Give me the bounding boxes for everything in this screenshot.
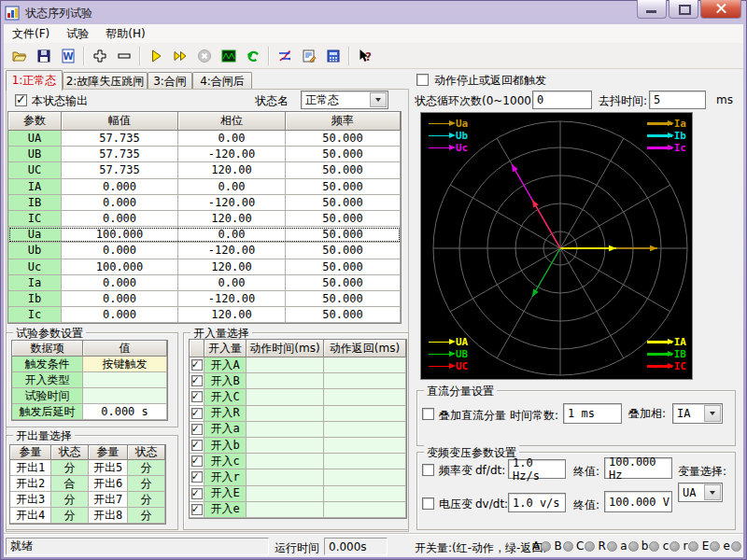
undo-button[interactable] xyxy=(241,45,265,67)
input-row: 开入a xyxy=(190,422,406,438)
runtime-label: 运行时间 xyxy=(275,540,319,556)
maximize-button[interactable] xyxy=(669,0,698,19)
dc-overlay-checkbox[interactable] xyxy=(422,408,434,420)
input-checkbox[interactable] xyxy=(191,375,203,386)
minimize-button[interactable] xyxy=(637,0,667,19)
indicator: a xyxy=(620,539,638,553)
time-constant-label: 时间常数: xyxy=(510,408,558,424)
variable-select-combobox[interactable]: UA xyxy=(678,483,723,502)
volt-ramp-checkbox[interactable] xyxy=(422,497,434,510)
menu-help[interactable]: 帮助(H) xyxy=(97,24,153,43)
variable-select-label: 变量选择: xyxy=(678,464,726,480)
output-select-title: 开出量选择 xyxy=(13,428,75,444)
tab-state-3[interactable]: 3:合闸 xyxy=(148,72,192,90)
col-header-frequency: 频率 xyxy=(286,112,401,131)
dvdt-label: dv/dt: xyxy=(475,497,508,511)
table-row: IB0.000-120.0050.000 xyxy=(8,195,401,211)
stop-button[interactable] xyxy=(192,45,217,67)
tab-state-1[interactable]: 1:正常态 xyxy=(6,70,63,91)
close-button[interactable] xyxy=(700,0,741,19)
tab-state-4[interactable]: 4:合闸后 xyxy=(192,72,252,90)
dfdt-input[interactable]: 1.0 Hz/s xyxy=(508,459,566,479)
switch-indicators: A B C R a b c r E e xyxy=(532,538,741,554)
state-name-combobox[interactable]: 正常态 xyxy=(301,91,388,109)
table-row: Ub0.000-120.0050.000 xyxy=(8,243,401,259)
dvdt-input[interactable]: 1.0 v/s xyxy=(508,493,566,512)
freq-final-input[interactable]: 100.000 Hz xyxy=(604,457,672,479)
freq-final-label: 终值: xyxy=(573,464,599,480)
chevron-down-icon[interactable] xyxy=(370,92,387,107)
phasor-tool-button[interactable] xyxy=(273,45,297,67)
calculator-button[interactable] xyxy=(321,45,345,67)
volt-final-input[interactable]: 100.000 V xyxy=(604,491,672,512)
input-checkbox[interactable] xyxy=(191,359,203,371)
app-icon xyxy=(5,6,20,21)
chevron-down-icon[interactable] xyxy=(704,405,721,422)
table-row: 触发条件按键触发 xyxy=(12,357,167,372)
report-icon xyxy=(302,49,317,63)
save-button[interactable] xyxy=(32,45,56,67)
indicator: r xyxy=(684,539,699,553)
menu-test[interactable]: 试验 xyxy=(58,24,97,43)
time-constant-input[interactable]: 1 ms xyxy=(563,403,622,424)
loop-count-input[interactable]: 0 xyxy=(532,91,592,109)
input-checkbox[interactable] xyxy=(191,455,203,467)
run-continuous-button[interactable] xyxy=(168,45,192,67)
indicator: C xyxy=(576,539,595,553)
action-trigger-label: 动作停止或返回都触发 xyxy=(434,73,546,89)
overlay-phase-combobox[interactable]: IA xyxy=(672,403,723,424)
debounce-input[interactable]: 5 xyxy=(649,91,706,109)
chevron-down-icon[interactable] xyxy=(704,484,721,500)
help-cursor-icon: ? xyxy=(358,49,373,63)
legend-current-primary: IA IB IC xyxy=(647,337,686,371)
input-row: 开入r xyxy=(190,469,406,485)
state-name-value: 正常态 xyxy=(305,92,339,108)
waveform-button[interactable] xyxy=(217,45,241,67)
undo-icon xyxy=(246,49,261,63)
tab-state-2[interactable]: 2:故障失压跳闸 xyxy=(63,72,148,90)
plus-icon xyxy=(92,49,107,63)
input-checkbox[interactable] xyxy=(191,408,203,419)
minus-icon xyxy=(117,49,132,63)
status-ready: 就绪 xyxy=(6,538,269,555)
report-button[interactable] xyxy=(297,45,321,67)
window-title: 状态序列试验 xyxy=(25,6,92,21)
table-row: Uc100.000120.0050.000 xyxy=(8,259,401,275)
help-button[interactable]: ? xyxy=(353,45,377,67)
input-select-table: 开入量 动作时间(ms) 动作返回(ms) 开入A 开入B 开入C 开入R 开入… xyxy=(189,339,407,519)
input-checkbox[interactable] xyxy=(191,471,203,483)
input-checkbox[interactable] xyxy=(191,391,203,402)
input-checkbox[interactable] xyxy=(191,440,203,451)
indicator: R xyxy=(599,539,617,553)
calculator-icon xyxy=(326,49,341,63)
freq-ramp-checkbox[interactable] xyxy=(422,464,434,476)
indicator: b xyxy=(641,539,660,553)
phasor-vectors xyxy=(512,164,657,297)
dc-overlay-label: 叠加直流分量 xyxy=(439,408,506,424)
table-row: 开出3分开出7分 xyxy=(10,492,165,508)
add-state-button[interactable] xyxy=(88,45,112,67)
input-checkbox[interactable] xyxy=(191,504,203,515)
play-icon xyxy=(148,49,163,63)
input-row: 开入b xyxy=(190,438,406,454)
export-word-button[interactable]: W xyxy=(56,45,80,67)
run-button[interactable] xyxy=(144,45,168,67)
svg-text:W: W xyxy=(63,51,73,62)
col-header-phase: 相位 xyxy=(178,112,286,131)
application-window: 状态序列试验 文件(F) 试验 帮助(H) W ? 1:正常态 2:故障失压跳闸… xyxy=(0,0,747,560)
table-row: IC0.000120.0050.000 xyxy=(8,211,401,227)
indicator: B xyxy=(554,539,572,553)
input-checkbox[interactable] xyxy=(191,424,203,435)
state-output-checkbox[interactable] xyxy=(15,94,27,106)
open-button[interactable] xyxy=(7,45,32,67)
switch-legend-label: 开关量:(红-动作，绿-返回) xyxy=(415,540,547,556)
indicator-dot xyxy=(669,541,680,552)
remove-state-button[interactable] xyxy=(112,45,136,67)
action-trigger-checkbox[interactable] xyxy=(416,74,429,86)
indicator: c xyxy=(663,539,681,553)
table-row: Ib0.000-120.0050.000 xyxy=(8,291,401,307)
table-row: 触发后延时0.000 s xyxy=(12,404,167,420)
menu-file[interactable]: 文件(F) xyxy=(4,24,58,43)
table-row: 开出4分开出8分 xyxy=(10,508,165,524)
input-checkbox[interactable] xyxy=(191,488,203,499)
